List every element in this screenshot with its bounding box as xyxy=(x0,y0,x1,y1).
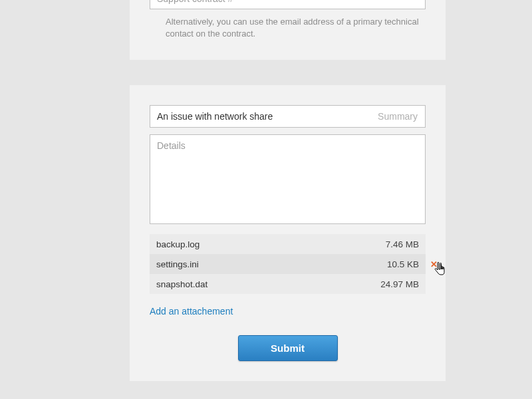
attachment-name: snapshot.dat xyxy=(156,279,380,289)
contract-input[interactable]: Support contract # xyxy=(150,0,426,9)
submit-button[interactable]: Submit xyxy=(238,335,338,361)
ticket-panel: Summary backup.log7.46 MB✕settings.ini10… xyxy=(130,85,446,381)
details-textarea[interactable] xyxy=(150,134,426,224)
attachment-row[interactable]: settings.ini10.5 KB✕ xyxy=(150,254,426,274)
panel-gap xyxy=(0,60,446,85)
add-attachment-link[interactable]: Add an attachement xyxy=(150,306,233,317)
attachment-name: settings.ini xyxy=(156,259,387,269)
attachment-size: 10.5 KB xyxy=(387,259,419,269)
submit-row: Submit xyxy=(150,335,426,361)
attachment-row[interactable]: snapshot.dat24.97 MB✕ xyxy=(150,274,426,294)
remove-attachment-icon[interactable]: ✕ xyxy=(430,260,438,269)
contract-panel: Support contract # Alternatively, you ca… xyxy=(130,0,446,60)
contract-placeholder: Support contract # xyxy=(157,0,233,4)
summary-field-wrap: Summary xyxy=(150,105,426,128)
summary-input[interactable] xyxy=(150,105,426,128)
attachment-row[interactable]: backup.log7.46 MB✕ xyxy=(150,234,426,254)
attachment-size: 7.46 MB xyxy=(386,239,419,249)
contract-hint: Alternatively, you can use the email add… xyxy=(150,9,426,40)
attachment-name: backup.log xyxy=(156,239,386,249)
attachment-list: backup.log7.46 MB✕settings.ini10.5 KB✕sn… xyxy=(150,234,426,294)
attachment-size: 24.97 MB xyxy=(380,279,419,289)
